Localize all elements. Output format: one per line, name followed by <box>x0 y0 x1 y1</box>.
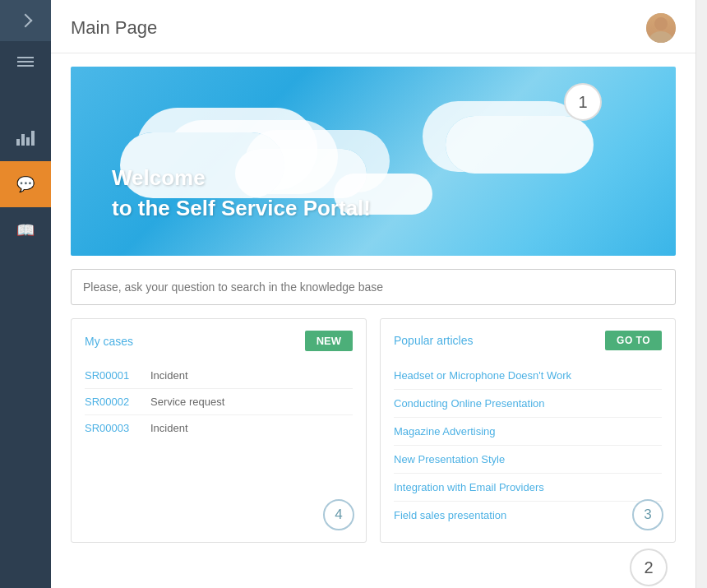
popular-articles-title: Popular articles <box>394 334 474 347</box>
avatar-image <box>646 13 676 43</box>
my-cases-title: My cases <box>85 335 133 348</box>
table-row: SR00001 Incident <box>85 363 353 389</box>
avatar[interactable] <box>646 13 676 43</box>
list-item[interactable]: Field sales presentation <box>394 502 662 529</box>
book-icon: 📖 <box>16 221 35 239</box>
step-badge-3: 3 <box>632 499 663 530</box>
step-badge-1: 1 <box>564 83 602 121</box>
hamburger-icon <box>17 54 34 69</box>
cases-list: SR00001 Incident SR00002 Service request… <box>85 363 353 441</box>
search-container: 2 <box>71 269 676 305</box>
page-header: Main Page <box>51 0 695 53</box>
step-badge-2: 2 <box>630 549 668 586</box>
list-item[interactable]: Integration with Email Providers <box>394 474 662 502</box>
svg-point-0 <box>654 17 668 30</box>
bar-chart-icon <box>16 131 35 146</box>
chat-icon: 💬 <box>16 175 35 193</box>
sidebar-item-charts[interactable] <box>0 115 51 161</box>
sidebar-item-knowledge[interactable]: 📖 <box>0 207 51 253</box>
case-id-1[interactable]: SR00001 <box>85 369 150 382</box>
case-type-2: Service request <box>150 396 224 408</box>
cloud-4 <box>446 116 594 174</box>
right-scrollbar <box>695 0 707 588</box>
table-row: SR00002 Service request <box>85 389 353 415</box>
my-cases-header: My cases NEW <box>85 331 353 351</box>
goto-button[interactable]: GO TO <box>605 331 662 350</box>
two-columns: My cases NEW SR00001 Incident SR00002 Se… <box>71 318 676 543</box>
list-item[interactable]: Magazine Advertising <box>394 418 662 446</box>
search-input[interactable] <box>71 269 676 305</box>
hero-line-1: Welcome <box>112 163 371 192</box>
case-type-3: Incident <box>150 422 188 434</box>
hero-line-2: to the Self Service Portal! <box>112 193 371 223</box>
step-badge-4: 4 <box>323 499 354 530</box>
sidebar: 💬 📖 <box>0 0 51 588</box>
my-cases-panel: My cases NEW SR00001 Incident SR00002 Se… <box>71 318 367 543</box>
popular-articles-panel: Popular articles GO TO Headset or Microp… <box>380 318 676 543</box>
hero-banner: Welcome to the Self Service Portal! 1 <box>71 67 676 256</box>
list-item[interactable]: Headset or Microphone Doesn't Work <box>394 362 662 390</box>
sidebar-item-chat[interactable]: 💬 <box>0 161 51 207</box>
hamburger-menu-button[interactable] <box>0 41 51 82</box>
case-id-3[interactable]: SR00003 <box>85 422 150 434</box>
expand-sidebar-button[interactable] <box>0 0 51 41</box>
case-id-2[interactable]: SR00002 <box>85 396 150 408</box>
body-area: Welcome to the Self Service Portal! 1 2 … <box>51 53 695 588</box>
main-content: Main Page Welcome to the Self Service Po… <box>51 0 695 588</box>
list-item[interactable]: Conducting Online Presentation <box>394 390 662 418</box>
hero-text: Welcome to the Self Service Portal! <box>112 163 371 223</box>
svg-point-1 <box>649 31 672 43</box>
case-type-1: Incident <box>150 369 188 382</box>
page-title: Main Page <box>71 17 157 39</box>
list-item[interactable]: New Presentation Style <box>394 446 662 474</box>
popular-articles-header: Popular articles GO TO <box>394 331 662 350</box>
table-row: SR00003 Incident <box>85 415 353 441</box>
chevron-right-icon <box>19 14 33 28</box>
new-case-button[interactable]: NEW <box>305 331 353 351</box>
articles-list: Headset or Microphone Doesn't Work Condu… <box>394 362 662 529</box>
